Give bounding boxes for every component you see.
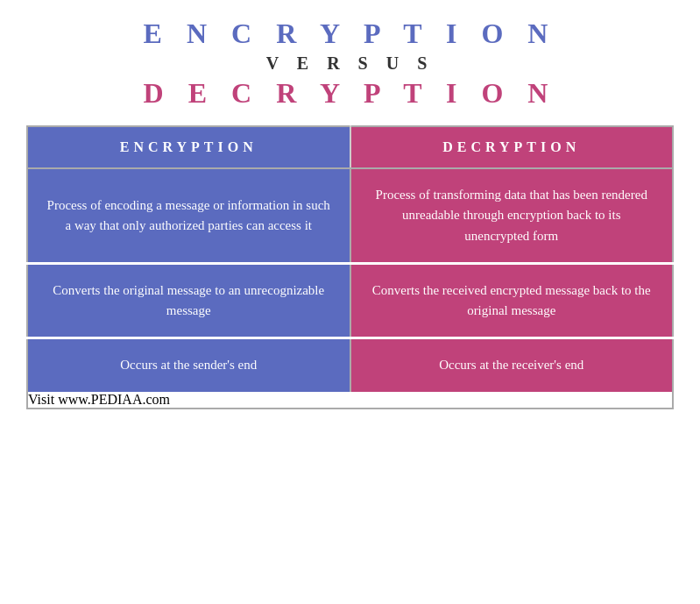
title-versus: V E R S U S [266, 53, 435, 74]
decryption-cell: Process of transforming data that has be… [350, 168, 674, 263]
table-row: Process of encoding a message or informa… [27, 168, 673, 263]
encryption-header: ENCRYPTION [27, 126, 350, 168]
decryption-header: DECRYPTION [350, 126, 674, 168]
encryption-cell: Converts the original message to an unre… [27, 263, 350, 338]
comparison-table: ENCRYPTION DECRYPTION Process of encodin… [26, 125, 674, 409]
encryption-cell: Occurs at the sender's end [27, 338, 350, 392]
encryption-cell: Process of encoding a message or informa… [27, 168, 350, 263]
decryption-cell: Occurs at the receiver's end [350, 338, 674, 392]
decryption-cell: Converts the received encrypted message … [350, 263, 674, 338]
header-row: ENCRYPTION DECRYPTION [27, 126, 673, 168]
footer-row: Visit www.PEDIAA.com [27, 392, 673, 409]
title-decryption: D E C R Y P T I O N [144, 77, 557, 110]
table-row: Occurs at the sender's endOccurs at the … [27, 338, 673, 392]
table-row: Converts the original message to an unre… [27, 263, 673, 338]
footer-text: Visit www.PEDIAA.com [27, 392, 673, 409]
title-encryption: E N C R Y P T I O N [144, 18, 557, 50]
